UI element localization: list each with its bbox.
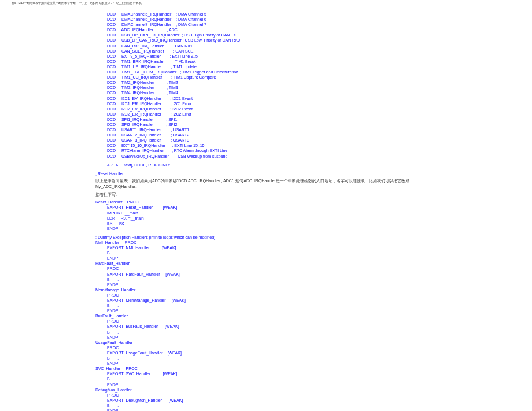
vector-entry: DCD DMAChannel5_IRQHandler ; DMA Channel… bbox=[95, 12, 437, 17]
export-line: EXPORT BusFault_Handler [WEAK] bbox=[95, 324, 437, 329]
document-content: DCD DMAChannel5_IRQHandler ; DMA Channel… bbox=[0, 6, 532, 411]
vector-entry: DCD DMAChannel7_IRQHandler ; DMA Channel… bbox=[95, 22, 437, 27]
vector-entry: DCD USBWakeUp_IRQHandler ; USB Wakeup fr… bbox=[95, 154, 437, 159]
vector-entry: DCD EXTI15_10_IRQHandler ; EXTI Line 15.… bbox=[95, 143, 437, 148]
handler-label: BusFault_Handler bbox=[95, 313, 437, 319]
proc: PROC bbox=[95, 393, 437, 398]
branch: B . bbox=[95, 277, 437, 282]
vector-entry: DCD I2C2_ER_IRQHandler ; I2C2 Error bbox=[95, 112, 437, 117]
vector-entry: DCD SPI1_IRQHandler ; SPI1 bbox=[95, 117, 437, 122]
vector-entry: DCD USB_HP_CAN_TX_IRQHandler ; USB High … bbox=[95, 32, 437, 38]
vector-entry: DCD TIM3_IRQHandler ; TIM3 bbox=[95, 85, 437, 90]
endp: ENDP bbox=[95, 408, 437, 411]
branch: B . bbox=[95, 329, 437, 335]
vector-entry: DCD USART1_IRQHandler ; USART1 bbox=[95, 127, 437, 132]
proc: PROC bbox=[95, 266, 437, 271]
branch: B . bbox=[95, 303, 437, 308]
vector-entry: DCD TIM1_CC_IRQHandler ; TIM1 Capture Co… bbox=[95, 75, 437, 80]
endp: ENDP bbox=[95, 335, 437, 340]
code-instruction: IMPORT __main bbox=[95, 210, 437, 216]
export-line: EXPORT SVC_Handler [WEAK] bbox=[95, 371, 437, 376]
vector-entry: DCD USART2_IRQHandler ; USART2 bbox=[95, 132, 437, 138]
export-line: EXPORT DebugMon_Handler [WEAK] bbox=[95, 398, 437, 403]
reset-comment: ; Reset Handler bbox=[95, 171, 437, 176]
handler-label: DebugMon_Handler bbox=[95, 387, 437, 393]
vector-entry: DCD I2C2_EV_IRQHandler ; I2C2 Event bbox=[95, 106, 437, 112]
vector-entry: DCD TIM1_TRG_COM_IRQHandler ; TIM1 Trigg… bbox=[95, 69, 437, 75]
code-instruction: LDR R0, =__main bbox=[95, 216, 437, 221]
export-line: EXPORT NMI_Handler [WEAK] bbox=[95, 245, 437, 250]
narration-next: 接着往下写: bbox=[95, 192, 437, 198]
branch: B . bbox=[95, 376, 437, 382]
endp: ENDP bbox=[95, 226, 437, 231]
vector-entry: DCD TIM1_UP_IRQHandler ; TIM1 Update bbox=[95, 64, 437, 69]
export-line: EXPORT HardFault_Handler [WEAK] bbox=[95, 272, 437, 277]
vector-entry: DCD USART3_IRQHandler ; USART3 bbox=[95, 138, 437, 143]
vector-entry: DCD I2C1_ER_IRQHandler ; I2C1 Error bbox=[95, 101, 437, 106]
proc: PROC bbox=[95, 292, 437, 298]
export-line: EXPORT UsageFault_Handler [WEAK] bbox=[95, 350, 437, 356]
area-directive: AREA |.text|, CODE, READONLY bbox=[95, 162, 437, 168]
handler-label: Reset_Handler PROC bbox=[95, 199, 437, 205]
branch: B . bbox=[95, 250, 437, 256]
vector-entry: DCD TIM1_BRK_IRQHandler ; TIM1 Break bbox=[95, 59, 437, 64]
handler-label: UsageFault_Handler bbox=[95, 340, 437, 345]
vector-entry: DCD USB_LP_CAN_RX0_IRQHandler ; USB Low … bbox=[95, 38, 437, 43]
export-line: EXPORT Reset_Handler [WEAK] bbox=[95, 205, 437, 210]
narration-text: 以上是中断向量表，我们如果用ADC的中断那"DCD ADC_IRQHandler… bbox=[95, 178, 437, 190]
endp: ENDP bbox=[95, 256, 437, 261]
endp: ENDP bbox=[95, 361, 437, 366]
proc: PROC bbox=[95, 319, 437, 324]
endp: ENDP bbox=[95, 308, 437, 313]
vector-entry: DCD RTCAlarm_IRQHandler ; RTC Alarm thro… bbox=[95, 148, 437, 153]
handler-label: NMI_Handler PROC bbox=[95, 240, 437, 245]
endp: ENDP bbox=[95, 382, 437, 387]
vector-entry: DCD EXTI9_5_IRQHandler ; EXTI Line 9..5 bbox=[95, 54, 437, 59]
page-header: 在STM32中断向量表中如何定位某中断的哪个中断 - 中子止···站长网 站长资… bbox=[0, 0, 532, 6]
handler-label: MemManage_Handler bbox=[95, 287, 437, 292]
dummy-comment: ; Dummy Exception Handlers (infinite loo… bbox=[95, 235, 437, 240]
vector-entry: DCD DMAChannel6_IRQHandler ; DMA Channel… bbox=[95, 17, 437, 22]
code-instruction: BX R0 bbox=[95, 221, 437, 226]
endp: ENDP bbox=[95, 282, 437, 287]
vector-entry: DCD TIM4_IRQHandler ; TIM4 bbox=[95, 90, 437, 95]
proc: PROC bbox=[95, 345, 437, 350]
vector-entry: DCD CAN_RX1_IRQHandler ; CAN RX1 bbox=[95, 43, 437, 49]
vector-entry: DCD ADC_IRQHandler ; ADC bbox=[95, 27, 437, 32]
branch: B . bbox=[95, 403, 437, 408]
vector-entry: DCD CAN_SCE_IRQHandler ; CAN SCE bbox=[95, 49, 437, 54]
vector-entry: DCD TIM2_IRQHandler ; TIM2 bbox=[95, 80, 437, 85]
export-line: EXPORT MemManage_Handler [WEAK] bbox=[95, 298, 437, 303]
vector-entry: DCD SPI2_IRQHandler ; SPI2 bbox=[95, 122, 437, 127]
branch: B . bbox=[95, 356, 437, 361]
handler-label: SVC_Handler PROC bbox=[95, 366, 437, 371]
vector-entry: DCD I2C1_EV_IRQHandler ; I2C1 Event bbox=[95, 96, 437, 101]
handler-label: HardFault_Handler bbox=[95, 261, 437, 266]
